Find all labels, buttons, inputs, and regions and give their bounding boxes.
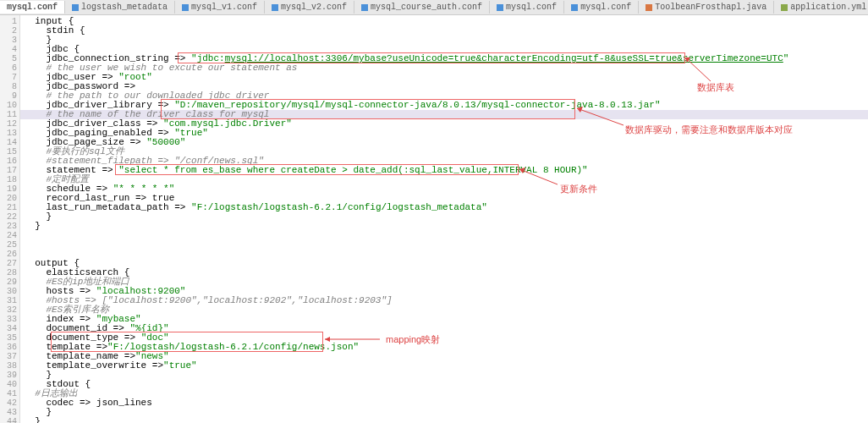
line-number: 38 xyxy=(0,361,19,371)
line-number: 27 xyxy=(0,259,19,268)
tab-label: mysql.conf xyxy=(7,3,58,12)
line-number: 21 xyxy=(0,203,19,212)
line-number: 28 xyxy=(0,268,19,277)
editor-tabs: mysql.conflogstash_metadatamysql_v1.conf… xyxy=(0,0,868,15)
tab-label: application.yml xyxy=(790,3,866,12)
line-number: 11 xyxy=(0,110,19,119)
line-gutter: 1234567891011121314151617181920212223242… xyxy=(0,15,20,423)
code-line[interactable]: } xyxy=(20,371,868,380)
line-number: 4 xyxy=(0,45,19,54)
line-number: 19 xyxy=(0,184,19,194)
code-line[interactable]: stdin { xyxy=(20,26,868,36)
code-line[interactable]: stdout { xyxy=(20,380,868,389)
code-line[interactable]: } xyxy=(20,408,868,417)
tab-label: mysql.conf xyxy=(506,3,557,12)
code-line[interactable]: jdbc_user => "root" xyxy=(20,73,868,82)
code-line[interactable]: statement => "select * from es_base wher… xyxy=(20,166,868,175)
line-number: 12 xyxy=(0,119,19,129)
line-number: 25 xyxy=(0,240,19,250)
line-number: 7 xyxy=(0,73,19,82)
line-number: 6 xyxy=(0,63,19,73)
code-line[interactable]: } xyxy=(20,36,868,45)
line-number: 16 xyxy=(0,157,19,166)
xml-icon xyxy=(781,4,788,11)
line-number: 2 xyxy=(0,26,19,36)
code-content[interactable]: 数据库表 数据库驱动，需要注意和数据库版本对应 更新条件 mapping映射 i… xyxy=(20,15,868,423)
line-number: 18 xyxy=(0,175,19,184)
code-line[interactable] xyxy=(20,231,868,240)
tab-logstash-metadata[interactable]: logstash_metadata xyxy=(65,1,175,14)
line-number: 26 xyxy=(0,250,19,259)
line-number: 24 xyxy=(0,231,19,240)
line-number: 42 xyxy=(0,398,19,408)
line-number: 22 xyxy=(0,212,19,222)
tab-mysql-v2-conf[interactable]: mysql_v2.conf xyxy=(265,1,354,14)
line-number: 20 xyxy=(0,194,19,203)
editor-area: 1234567891011121314151617181920212223242… xyxy=(0,15,868,423)
code-line[interactable]: } xyxy=(20,222,868,231)
tab-mysql-conf[interactable]: mysql.conf xyxy=(490,1,564,14)
code-line[interactable] xyxy=(20,250,868,259)
code-line[interactable]: last_run_metadata_path => "F:/logstash/l… xyxy=(20,203,868,212)
code-line[interactable]: template_overwrite =>"true" xyxy=(20,361,868,371)
line-number: 33 xyxy=(0,315,19,324)
code-line[interactable] xyxy=(20,240,868,250)
line-number: 10 xyxy=(0,101,19,110)
line-number: 44 xyxy=(0,417,19,423)
tab-mysql-conf[interactable]: mysql.conf xyxy=(0,1,65,14)
tab-toolbeanfrosthapl-java[interactable]: ToolbeanFrosthapl.java xyxy=(639,1,774,14)
code-line[interactable]: output { xyxy=(20,259,868,268)
line-number: 1 xyxy=(0,17,19,26)
code-line[interactable]: #hosts => ["localhost:9200","localhost:9… xyxy=(20,296,868,305)
file-icon xyxy=(182,4,189,11)
tab-label: mysql_v2.conf xyxy=(281,3,347,12)
tab-mysql-conf[interactable]: mysql.conf xyxy=(564,1,639,14)
file-icon xyxy=(72,4,79,11)
line-number: 37 xyxy=(0,352,19,361)
line-number: 43 xyxy=(0,408,19,417)
file-icon xyxy=(272,4,278,11)
line-number: 29 xyxy=(0,277,19,287)
line-number: 40 xyxy=(0,380,19,389)
line-number: 31 xyxy=(0,296,19,305)
tab-mysql-v1-conf[interactable]: mysql_v1.conf xyxy=(175,1,265,14)
line-number: 36 xyxy=(0,343,19,352)
code-line[interactable]: } xyxy=(20,212,868,222)
line-number: 15 xyxy=(0,147,19,157)
line-number: 9 xyxy=(0,91,19,101)
line-number: 34 xyxy=(0,324,19,333)
line-number: 30 xyxy=(0,287,19,296)
annotation-db-table: 数据库表 xyxy=(697,81,734,94)
code-line[interactable]: elasticsearch { xyxy=(20,268,868,277)
code-line[interactable]: codec => json_lines xyxy=(20,398,868,408)
line-number: 14 xyxy=(0,138,19,147)
tab-label: mysql_course_auth.conf xyxy=(371,3,482,12)
line-number: 3 xyxy=(0,36,19,45)
tab-label: mysql_v1.conf xyxy=(191,3,257,12)
line-number: 32 xyxy=(0,305,19,315)
line-number: 13 xyxy=(0,129,19,138)
line-number: 39 xyxy=(0,371,19,380)
code-line[interactable]: jdbc_page_size => "50000" xyxy=(20,138,868,147)
file-icon xyxy=(571,4,578,11)
tab-mysql-course-auth-conf[interactable]: mysql_course_auth.conf xyxy=(354,1,490,14)
tab-label: ToolbeanFrosthapl.java xyxy=(655,3,766,12)
line-number: 17 xyxy=(0,166,19,175)
java-icon xyxy=(646,4,652,11)
code-line[interactable]: } xyxy=(20,417,868,423)
line-number: 8 xyxy=(0,82,19,91)
line-number: 5 xyxy=(0,54,19,63)
code-line[interactable]: input { xyxy=(20,17,868,26)
annotation-update-cond: 更新条件 xyxy=(560,183,597,195)
tab-application-yml[interactable]: application.yml xyxy=(774,1,868,14)
annotation-db-driver: 数据库驱动，需要注意和数据库版本对应 xyxy=(625,124,793,136)
tab-label: logstash_metadata xyxy=(81,3,168,12)
tab-label: mysql.conf xyxy=(580,3,631,12)
line-number: 41 xyxy=(0,389,19,398)
annotation-mapping: mapping映射 xyxy=(386,333,440,346)
code-line[interactable]: #ES索引库名称 xyxy=(20,305,868,315)
file-icon xyxy=(361,4,368,11)
line-number: 35 xyxy=(0,333,19,343)
line-number: 23 xyxy=(0,222,19,231)
file-icon xyxy=(497,4,503,11)
